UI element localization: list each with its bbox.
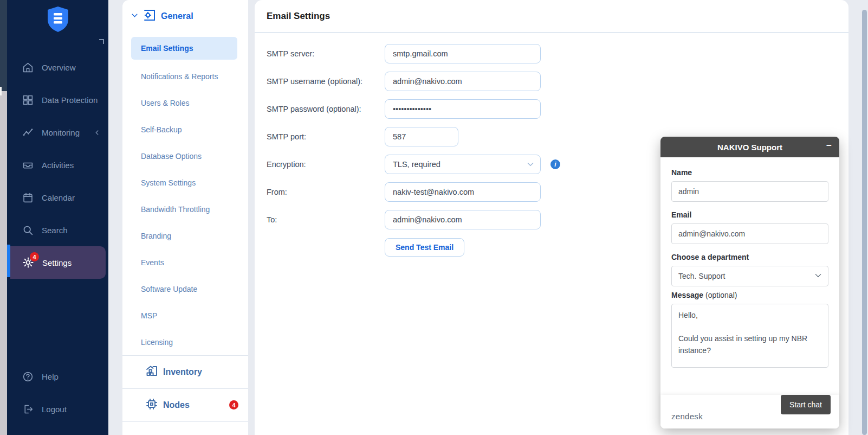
inbox-icon: [22, 159, 34, 171]
subnav-section-nodes[interactable]: Nodes 4: [122, 389, 248, 421]
sidebar-item-settings[interactable]: 4 Settings: [10, 246, 106, 279]
start-chat-button[interactable]: Start chat: [781, 395, 831, 414]
chat-department-label: Choose a department: [671, 253, 828, 261]
send-test-email-button[interactable]: Send Test Email: [385, 238, 464, 257]
chat-department-value[interactable]: [671, 266, 828, 286]
nodes-chip-icon: [145, 398, 158, 413]
app-window: Overview Data Protection Monitoring Acti…: [0, 0, 868, 435]
subnav-item-notifications-reports[interactable]: Notifications & Reports: [122, 63, 248, 89]
subnav-item-system-settings[interactable]: System Settings: [122, 169, 248, 196]
subnav-item-branding[interactable]: Branding: [122, 222, 248, 249]
subnav-item-msp[interactable]: MSP: [122, 302, 248, 329]
screen-edge-tick: [0, 87, 2, 95]
subnav-item-label: Self-Backup: [141, 125, 182, 134]
support-chat-widget: NAKIVO Support − Name Email Choose a dep…: [660, 137, 839, 428]
smtp-server-input[interactable]: [385, 44, 541, 63]
sidebar-item-label: Monitoring: [42, 128, 80, 137]
chevron-left-icon[interactable]: [94, 128, 100, 137]
chat-email-label: Email: [671, 210, 828, 219]
subnav-item-email-settings[interactable]: Email Settings: [131, 37, 237, 60]
sidebar-item-label: Search: [42, 226, 68, 235]
chevron-down-icon: [814, 272, 822, 282]
chat-message-label-strong: Message: [671, 291, 703, 299]
vertical-scrollbar[interactable]: [862, 10, 867, 435]
sidebar-item-search[interactable]: Search: [7, 214, 108, 246]
sidebar-item-activities[interactable]: Activities: [7, 149, 108, 181]
subnav-section-general[interactable]: General: [122, 0, 248, 33]
sidebar-item-overview[interactable]: Overview: [7, 51, 108, 84]
chat-message-textarea[interactable]: Hello, Could you assist in setting up my…: [671, 304, 828, 368]
subnav-item-label: Users & Roles: [141, 99, 189, 107]
subnav-item-label: Events: [141, 258, 164, 267]
subnav-item-events[interactable]: Events: [122, 249, 248, 276]
chat-message-label: Message (optional): [671, 291, 828, 299]
encryption-select[interactable]: [385, 155, 541, 174]
chat-header[interactable]: NAKIVO Support −: [660, 137, 839, 157]
sidebar-footer: Help Logout: [7, 360, 108, 425]
smtp-password-input[interactable]: [385, 99, 541, 119]
form-row-smtp-server: SMTP server:: [267, 44, 848, 63]
divider: [122, 421, 248, 422]
encryption-select-value[interactable]: [385, 155, 541, 174]
subnav-item-self-backup[interactable]: Self-Backup: [122, 116, 248, 143]
sidebar-item-data-protection[interactable]: Data Protection: [7, 84, 108, 116]
help-icon: [22, 371, 34, 382]
subnav-section-label: General: [161, 11, 193, 21]
subnav-item-database-options[interactable]: Database Options: [122, 143, 248, 169]
chevron-down-icon[interactable]: [131, 11, 138, 21]
monitoring-icon: [22, 127, 34, 138]
app-logo[interactable]: [7, 5, 108, 33]
sidebar-item-logout[interactable]: Logout: [7, 393, 108, 425]
field-label: SMTP server:: [267, 49, 385, 58]
sidebar-item-label: Activities: [42, 161, 74, 170]
grid-icon: [22, 94, 34, 106]
sidebar-item-label: Overview: [42, 63, 76, 72]
chat-department-select[interactable]: [671, 266, 828, 286]
chat-footer: zendesk Start chat: [660, 395, 839, 428]
home-icon: [22, 62, 34, 73]
chat-email-input[interactable]: [671, 223, 828, 244]
subnav-item-label: Software Update: [141, 285, 197, 293]
subnav-item-licensing[interactable]: Licensing: [122, 329, 248, 355]
field-label: SMTP port:: [267, 132, 385, 141]
logout-icon: [22, 404, 34, 415]
sidebar-item-label: Calendar: [42, 193, 75, 202]
chat-title: NAKIVO Support: [717, 143, 782, 152]
subnav-item-bandwidth-throttling[interactable]: Bandwidth Throttling: [122, 196, 248, 222]
subnav-item-label: Branding: [141, 232, 171, 240]
nodes-badge: 4: [229, 400, 238, 410]
subnav-section-inventory[interactable]: Inventory: [122, 356, 248, 388]
chat-name-input[interactable]: [671, 181, 828, 202]
sidebar-collapse-icon[interactable]: [99, 39, 104, 44]
sidebar-item-monitoring[interactable]: Monitoring: [7, 116, 108, 149]
chat-name-label: Name: [671, 168, 828, 177]
subnav-item-label: Bandwidth Throttling: [141, 205, 210, 214]
subnav-item-label: Notifications & Reports: [141, 72, 218, 81]
smtp-username-input[interactable]: [385, 72, 541, 91]
from-input[interactable]: [385, 182, 541, 202]
screen-edge-dark: [0, 0, 7, 91]
chat-message-optional: (optional): [705, 291, 737, 299]
to-input[interactable]: [385, 210, 541, 229]
field-label: To:: [267, 215, 385, 224]
gear-icon: 4: [22, 257, 34, 268]
minimize-icon[interactable]: −: [826, 140, 832, 151]
calendar-icon: [22, 192, 34, 203]
zendesk-logo: zendesk: [671, 412, 703, 421]
settings-badge: 4: [30, 252, 39, 261]
field-label: SMTP username (optional):: [267, 77, 385, 86]
field-label: SMTP password (optional):: [267, 105, 385, 113]
sidebar-item-calendar[interactable]: Calendar: [7, 181, 108, 214]
field-label: From:: [267, 188, 385, 196]
form-row-smtp-username: SMTP username (optional):: [267, 72, 848, 91]
subnav-item-software-update[interactable]: Software Update: [122, 276, 248, 302]
inventory-icon: [145, 364, 158, 380]
info-icon[interactable]: i: [550, 159, 560, 169]
subnav-section-label: Inventory: [163, 367, 202, 377]
subnav-item-label: Licensing: [141, 338, 173, 347]
subnav-item-users-roles[interactable]: Users & Roles: [122, 89, 248, 116]
form-row-smtp-password: SMTP password (optional):: [267, 99, 848, 119]
sidebar-item-help[interactable]: Help: [7, 360, 108, 393]
subnav-section-label: Nodes: [163, 400, 190, 410]
smtp-port-input[interactable]: [385, 127, 458, 146]
